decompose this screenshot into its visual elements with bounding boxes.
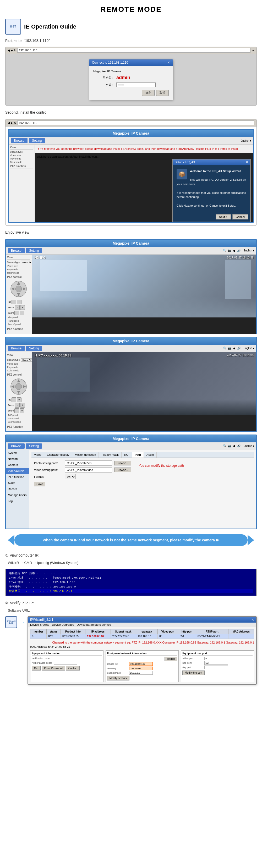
device-id-input[interactable] <box>129 662 153 666</box>
video-path-input[interactable] <box>65 467 112 472</box>
sw-close-icon[interactable]: ✕ <box>252 618 254 622</box>
tab-privacy[interactable]: Privacy mask <box>99 452 121 458</box>
search-icon-settings[interactable]: 🔍 <box>223 444 227 447</box>
search-button[interactable]: search <box>165 657 177 661</box>
browser-back-icon[interactable]: ◀ <box>8 49 10 52</box>
sidebar-log[interactable]: Log <box>6 498 29 504</box>
http-port-input[interactable] <box>204 661 228 665</box>
browse-button-install[interactable]: Browse <box>11 138 28 143</box>
stream-select-live2[interactable]: Main stream <box>21 358 32 362</box>
gateway-input[interactable] <box>129 666 153 670</box>
device-id-row: Device ID: <box>107 662 177 666</box>
subnet-input[interactable] <box>129 671 153 675</box>
sw-tab-browse[interactable]: Device Browse <box>30 623 49 626</box>
photo-path-input[interactable] <box>65 461 112 466</box>
focus-plus-btn[interactable]: + <box>20 305 25 310</box>
sidebar-system[interactable]: System <box>6 450 29 456</box>
next-button[interactable]: Next > <box>215 214 231 219</box>
modify-port-button[interactable]: Modify the port <box>182 671 204 675</box>
stream-select-live1[interactable]: Main stream <box>21 260 32 264</box>
tab-motion[interactable]: Motion detection <box>72 452 99 458</box>
cell-httpport: 554 <box>178 634 196 639</box>
sidebar-camera[interactable]: Camera <box>6 462 29 468</box>
setting-btn-live1[interactable]: Setting <box>26 248 42 253</box>
search-icon-live1[interactable]: 🔍 <box>223 249 227 252</box>
browser-go-icon[interactable]: → <box>252 49 254 52</box>
tab-char-display[interactable]: Character display <box>44 452 72 458</box>
audio-icon[interactable]: 🔊 <box>237 249 241 252</box>
password-input[interactable] <box>116 83 156 87</box>
tab-path[interactable]: Path <box>132 452 144 458</box>
table-row[interactable]: 0 IPC IPC-EX4*0:85 192.168.0.110 255.255… <box>30 634 254 639</box>
address-bar-2[interactable]: 192.168.1.110 <box>17 121 254 125</box>
click-here-label: click here download,control After instal… <box>37 155 99 158</box>
setting-btn-live2[interactable]: Setting <box>26 346 42 351</box>
tab-audio[interactable]: Audio <box>144 452 157 458</box>
lang-live1[interactable]: English ▾ <box>243 249 254 252</box>
lang-select[interactable]: English ▾ <box>240 140 251 142</box>
cancel-button-setup[interactable]: Cancel <box>232 214 248 219</box>
sidebar-network[interactable]: Network <box>6 456 29 462</box>
record-icon-live2[interactable]: ⏺ <box>233 347 236 350</box>
tab-video[interactable]: Video <box>31 452 44 458</box>
browser-address-bar[interactable]: 192.168.1.110 <box>17 48 251 53</box>
browse-btn-settings[interactable]: Browse <box>8 443 25 449</box>
sidebar-ptz[interactable]: PTZ function <box>6 474 29 480</box>
browse-btn-live1[interactable]: Browse <box>8 248 25 253</box>
rtsp-port-input[interactable] <box>204 665 228 669</box>
contact-button[interactable]: Contact <box>66 666 80 671</box>
auth-input[interactable] <box>54 661 77 665</box>
screenshot-icon-settings[interactable]: 📷 <box>228 444 232 447</box>
sidebar-videoaudio[interactable]: Video&Audio <box>6 468 29 474</box>
browser-forward-icon[interactable]: ▶ <box>11 49 13 52</box>
camera-feed-live2: H.IPC xxxxxxxx 00:16:38 2017-07-27 18:10… <box>32 352 256 415</box>
sw-tab-upgrade[interactable]: Device Upgrades <box>52 623 74 626</box>
tab-roi[interactable]: ROI <box>122 452 132 458</box>
audio-icon-settings[interactable]: 🔊 <box>237 444 241 447</box>
setting-button-install[interactable]: Setting <box>29 138 45 143</box>
zoom-minus-live2[interactable]: - <box>14 408 19 413</box>
screenshot-icon-live2[interactable]: 📷 <box>228 346 232 350</box>
setup-desc1: This will install IPC_AX version 2.4.15.… <box>177 178 246 186</box>
iris-minus-live2[interactable]: - <box>11 397 16 402</box>
verify-input[interactable] <box>54 657 77 660</box>
cancel-button[interactable]: 取消 <box>156 90 169 96</box>
zoom-minus-btn[interactable]: - <box>14 311 19 315</box>
lang-settings[interactable]: English ▾ <box>243 444 254 447</box>
sidebar-record[interactable]: Record <box>6 486 29 492</box>
sidebar-alarm[interactable]: Alarm <box>6 480 29 486</box>
modify-network-button[interactable]: Modify network <box>107 676 129 680</box>
back-icon-2[interactable]: ◀ <box>8 121 10 125</box>
setting-btn-settings[interactable]: Setting <box>26 443 42 449</box>
iris-plus-btn[interactable]: + <box>17 300 22 304</box>
lang-live2[interactable]: English ▾ <box>243 347 254 350</box>
record-icon-settings[interactable]: ⏺ <box>233 444 236 447</box>
dialog-close-icon[interactable]: ✕ <box>168 61 170 64</box>
format-select[interactable]: avi <box>65 474 76 479</box>
search-icon-live2[interactable]: 🔍 <box>223 346 227 350</box>
refresh-icon-2[interactable]: ↻ <box>14 121 16 125</box>
focus-plus-live2[interactable]: + <box>20 403 25 407</box>
record-icon[interactable]: ⏺ <box>233 249 236 252</box>
zoom-plus-live2[interactable]: + <box>20 408 24 413</box>
audio-icon-live2[interactable]: 🔊 <box>237 346 241 350</box>
browser-refresh-icon[interactable]: ↻ <box>14 49 16 52</box>
focus-minus-btn[interactable]: - <box>15 305 20 310</box>
screenshot-icon[interactable]: 📷 <box>228 249 232 252</box>
save-button-settings[interactable]: Save <box>34 482 45 486</box>
browse-btn-live2[interactable]: Browse <box>8 346 25 351</box>
video-browse-btn[interactable]: Browse... <box>114 467 131 472</box>
focus-minus-live2[interactable]: - <box>15 403 20 407</box>
clear-button[interactable]: Clear Password <box>42 666 65 671</box>
iris-plus-live2[interactable]: + <box>17 397 22 402</box>
iris-minus-btn[interactable]: - <box>11 300 16 304</box>
sidebar-users[interactable]: Manage Users <box>6 492 29 498</box>
photo-browse-btn[interactable]: Browse... <box>114 461 131 465</box>
zoom-plus-btn[interactable]: + <box>20 311 24 315</box>
video-port-input[interactable] <box>204 657 228 660</box>
get-button[interactable]: Get <box>32 666 40 671</box>
forward-icon-2[interactable]: ▶ <box>11 121 13 125</box>
ok-button[interactable]: 确定 <box>142 90 154 96</box>
sw-tab-params[interactable]: Device parameters derived <box>77 623 111 626</box>
setup-close-icon[interactable]: ✕ <box>246 160 248 164</box>
